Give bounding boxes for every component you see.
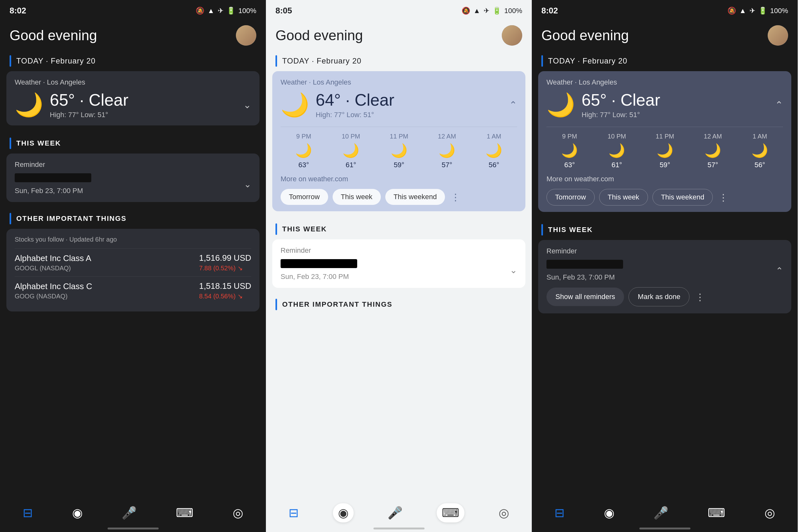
this-week-label-1: THIS WEEK xyxy=(16,139,61,148)
reminder-text-2: Sun, Feb 23, 7:00 PM xyxy=(281,259,357,281)
date-bar-1 xyxy=(10,55,11,67)
weather-card-2: Weather · Los Angeles 🌙 64° · Clear High… xyxy=(272,71,526,211)
panel-1: 8:02 🔕 ▲ ✈ 🔋 100% Good evening TODAY · F… xyxy=(0,0,266,532)
bottom-nav-3: ⊟ ◉ 🎤 ⌨ ◎ xyxy=(532,497,798,532)
hour-label-10pm-3: 10 PM xyxy=(607,133,626,140)
hour-moon-9pm-2: 🌙 xyxy=(295,142,312,158)
airplane-icon-2: ✈ xyxy=(483,7,489,15)
stock-change-1b: 8.54 (0.56%) ↘ xyxy=(199,292,251,300)
avatar-img-3 xyxy=(768,25,788,46)
home-indicator-1 xyxy=(108,528,159,529)
wifi-icon-2: ▲ xyxy=(473,7,480,15)
nav-lens-3[interactable]: ◉ xyxy=(599,503,620,522)
avatar-img-1 xyxy=(236,25,256,46)
stock-info-1a: Alphabet Inc Class A GOOGL (NASDAQ) xyxy=(15,253,91,272)
stocks-updated-1: Stocks you follow · Updated 6hr ago xyxy=(15,236,251,243)
stock-price-1b: 1,518.15 USD xyxy=(199,281,251,291)
reminder-more-3[interactable]: ⋮ xyxy=(695,291,705,303)
stock-row-1[interactable]: Alphabet Inc Class A GOOGL (NASDAQ) 1,51… xyxy=(15,248,251,277)
date-label-1: TODAY · February 20 xyxy=(16,56,95,65)
greeting-1: Good evening xyxy=(10,27,97,43)
reminder-redacted-1 xyxy=(15,173,91,182)
reminder-chevron-2[interactable]: ⌄ xyxy=(510,265,517,276)
hour-12am-2: 12 AM 🌙 57° xyxy=(438,133,456,169)
hour-moon-1am-2: 🌙 xyxy=(486,142,502,158)
nav-lens-2[interactable]: ◉ xyxy=(333,503,354,522)
nav-mic-2[interactable]: 🎤 xyxy=(382,503,407,522)
nav-keyboard-3[interactable]: ⌨ xyxy=(703,503,730,522)
pill-thisweekend-2[interactable]: This weekend xyxy=(385,189,445,205)
stock-price-block-1b: 1,518.15 USD 8.54 (0.56%) ↘ xyxy=(199,281,251,300)
wifi-icon: ▲ xyxy=(208,7,214,15)
status-icons-1: 🔕 ▲ ✈ 🔋 100% xyxy=(196,7,256,15)
nav-compass-1[interactable]: ◎ xyxy=(228,503,248,522)
nav-compass-2[interactable]: ◎ xyxy=(493,503,514,522)
wifi-icon-3: ▲ xyxy=(739,7,746,15)
weather-expand-1[interactable]: ⌄ xyxy=(243,99,251,110)
reminder-chevron-1[interactable]: ⌄ xyxy=(244,179,251,190)
other-bar-1 xyxy=(10,213,11,224)
weather-collapse-2[interactable]: ⌃ xyxy=(509,99,517,110)
hour-temp-12am-3: 57° xyxy=(708,161,718,169)
nav-compass-3[interactable]: ◎ xyxy=(759,503,780,522)
mark-as-done-button[interactable]: Mark as done xyxy=(628,287,689,306)
this-week-header-3: THIS WEEK xyxy=(532,218,798,240)
weather-location-1: Weather · Los Angeles xyxy=(15,78,251,87)
weather-temp-3: 65° · Clear xyxy=(582,90,660,110)
weather-info-1: 65° · Clear High: 77° Low: 51° xyxy=(50,90,128,119)
hour-temp-10pm-2: 61° xyxy=(346,161,356,169)
nav-home-3[interactable]: ⊟ xyxy=(549,503,570,522)
nav-lens-1[interactable]: ◉ xyxy=(67,503,88,522)
nav-mic-3[interactable]: 🎤 xyxy=(648,503,673,522)
hourly-row-3: 9 PM 🌙 63° 10 PM 🌙 61° 11 PM 🌙 59° 12 AM… xyxy=(547,127,783,169)
time-1: 8:02 xyxy=(10,6,26,16)
weather-link-3[interactable]: More on weather.com xyxy=(547,175,783,183)
weather-more-3[interactable]: ⋮ xyxy=(719,192,728,203)
reminder-chevron-3[interactable]: ⌃ xyxy=(776,266,783,276)
nav-mic-1[interactable]: 🎤 xyxy=(116,503,142,522)
header-1: Good evening xyxy=(0,19,266,49)
hour-label-9pm-3: 9 PM xyxy=(562,133,577,140)
pill-thisweek-2[interactable]: This week xyxy=(332,189,381,205)
stock-row-2[interactable]: Alphabet Inc Class C GOOG (NASDAQ) 1,518… xyxy=(15,277,251,304)
status-icons-3: 🔕 ▲ ✈ 🔋 100% xyxy=(727,7,788,15)
hour-moon-12am-2: 🌙 xyxy=(439,142,455,158)
weather-collapse-3[interactable]: ⌃ xyxy=(775,99,783,110)
nav-keyboard-2[interactable]: ⌨ xyxy=(437,503,464,522)
show-all-reminders-button[interactable]: Show all reminders xyxy=(547,287,624,306)
hourly-row-2: 9 PM 🌙 63° 10 PM 🌙 61° 11 PM 🌙 59° 12 AM… xyxy=(281,127,517,169)
battery-pct-2: 100% xyxy=(504,7,522,15)
hour-label-11pm-2: 11 PM xyxy=(390,133,408,140)
hour-temp-12am-2: 57° xyxy=(442,161,452,169)
nav-keyboard-1[interactable]: ⌨ xyxy=(171,503,198,522)
avatar-1[interactable] xyxy=(236,25,256,46)
mic-icon-1: 🎤 xyxy=(121,506,137,520)
weather-left-1: 🌙 65° · Clear High: 77° Low: 51° xyxy=(15,90,128,119)
weather-more-2[interactable]: ⋮ xyxy=(451,191,460,203)
reminder-body-3: Sun, Feb 23, 7:00 PM ⌃ xyxy=(547,260,783,282)
pill-tomorrow-3[interactable]: Tomorrow xyxy=(547,189,595,206)
avatar-3[interactable] xyxy=(768,25,788,46)
reminder-text-3: Sun, Feb 23, 7:00 PM xyxy=(547,260,623,282)
pill-thisweek-3[interactable]: This week xyxy=(599,189,648,206)
hour-9pm-3: 9 PM 🌙 63° xyxy=(561,133,578,169)
weather-hilo-3: High: 77° Low: 51° xyxy=(582,111,660,119)
reminder-body-1: Sun, Feb 23, 7:00 PM ⌄ xyxy=(15,173,251,195)
weather-link-2[interactable]: More on weather.com xyxy=(281,175,517,183)
pill-tomorrow-2[interactable]: Tomorrow xyxy=(281,189,328,205)
keyboard-icon-1: ⌨ xyxy=(176,506,193,520)
stock-name-1a: Alphabet Inc Class A xyxy=(15,253,91,263)
nav-home-2[interactable]: ⊟ xyxy=(283,503,304,522)
hour-12am-3: 12 AM 🌙 57° xyxy=(704,133,722,169)
reminder-label-3: Reminder xyxy=(547,247,783,255)
nav-home-1[interactable]: ⊟ xyxy=(18,503,38,522)
airplane-icon-3: ✈ xyxy=(749,7,755,15)
this-week-header-2: THIS WEEK xyxy=(266,217,532,239)
other-bar-2 xyxy=(276,299,277,310)
hour-temp-9pm-2: 63° xyxy=(299,161,309,169)
weather-location-2: Weather · Los Angeles xyxy=(281,78,517,87)
hour-11pm-2: 11 PM 🌙 59° xyxy=(390,133,408,169)
battery-pct: 100% xyxy=(239,7,256,15)
pill-thisweekend-3[interactable]: This weekend xyxy=(652,189,713,206)
avatar-2[interactable] xyxy=(502,25,522,46)
